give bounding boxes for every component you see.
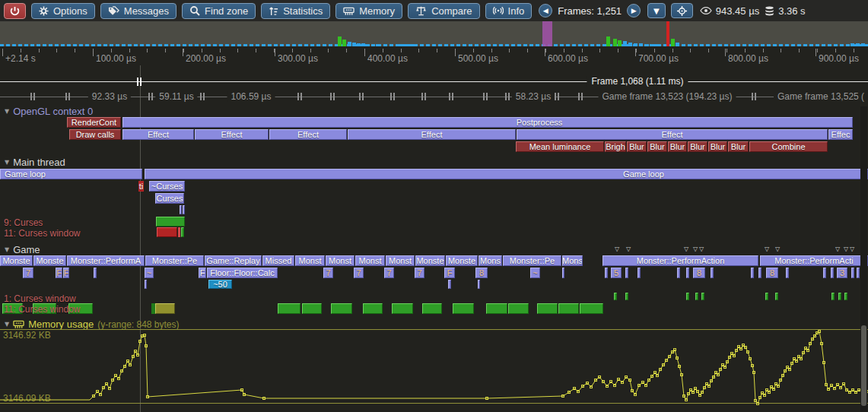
frame-separator[interactable]: [505, 93, 507, 100]
zone[interactable]: ~: [530, 268, 540, 278]
zone[interactable]: [180, 205, 182, 214]
zone[interactable]: [580, 303, 603, 314]
frame-time-label[interactable]: 59.11 µs: [155, 91, 197, 102]
section-header-main-thread[interactable]: ▼ Main thread: [5, 157, 65, 168]
zone[interactable]: Effec: [828, 129, 853, 140]
zone[interactable]: 5: [611, 268, 622, 278]
frame-separator[interactable]: [65, 93, 67, 100]
statistics-button[interactable]: Statistics: [261, 3, 330, 19]
frame-separator[interactable]: [755, 93, 756, 100]
frame-separator[interactable]: [393, 93, 395, 100]
frame-separator[interactable]: [200, 93, 202, 100]
zone[interactable]: 7: [354, 268, 364, 278]
frame-separator[interactable]: [333, 93, 335, 100]
frame-bar[interactable]: [342, 40, 346, 46]
zone[interactable]: [155, 303, 175, 314]
zone[interactable]: [278, 303, 300, 314]
memory-button[interactable]: Memory: [335, 3, 402, 19]
zone[interactable]: Blur: [728, 141, 749, 152]
compare-button[interactable]: Compare: [408, 3, 479, 19]
zone[interactable]: [181, 227, 184, 237]
zone[interactable]: Blur: [627, 141, 647, 152]
zone[interactable]: Effect: [348, 129, 516, 140]
zone[interactable]: [758, 268, 761, 278]
thread-label[interactable]: 1: Curses window: [4, 293, 76, 304]
zone[interactable]: 7: [23, 268, 33, 278]
zone[interactable]: [637, 268, 641, 278]
frame-bar[interactable]: [666, 21, 669, 46]
collapsed-zones-marker-icon[interactable]: ▽: [693, 246, 698, 252]
zone[interactable]: Mons: [562, 255, 583, 266]
zone[interactable]: [857, 268, 860, 278]
zone[interactable]: Monst: [326, 255, 355, 266]
zone[interactable]: Monst: [386, 255, 415, 266]
zone[interactable]: [751, 268, 754, 278]
frame-separator[interactable]: [424, 93, 426, 100]
zone[interactable]: F: [199, 268, 206, 278]
collapsed-zones-marker-icon[interactable]: ▽: [765, 246, 769, 252]
collapsed-zones-marker-icon[interactable]: ▽: [850, 246, 854, 252]
zone[interactable]: Blur: [688, 141, 707, 152]
zone[interactable]: [838, 293, 841, 300]
frame-ruler-line[interactable]: [0, 81, 868, 82]
frame-bar[interactable]: [613, 39, 617, 46]
goto-frame-button[interactable]: [671, 3, 693, 18]
zone[interactable]: Effect: [269, 129, 347, 140]
frame-separator[interactable]: [558, 93, 559, 100]
frame-separator[interactable]: [449, 93, 450, 100]
section-header-opengl[interactable]: ▼ OpenGL context 0: [5, 106, 93, 117]
zone[interactable]: [625, 293, 628, 300]
zone[interactable]: Postprocess: [122, 117, 853, 128]
collapse-frames-button[interactable]: ▼: [647, 3, 666, 18]
zone[interactable]: Combine: [749, 141, 828, 152]
zone[interactable]: [331, 303, 352, 314]
zone[interactable]: Blur: [668, 141, 687, 152]
zone[interactable]: Mean luminance: [516, 141, 604, 152]
zone[interactable]: [614, 293, 617, 300]
zone[interactable]: [686, 293, 689, 300]
frame-separator[interactable]: [362, 93, 364, 100]
zone[interactable]: [94, 268, 97, 278]
frame-bar[interactable]: [623, 41, 627, 46]
frame-separator[interactable]: [578, 93, 580, 100]
zone[interactable]: Effect: [122, 129, 194, 140]
zone[interactable]: [844, 293, 847, 300]
zone[interactable]: [363, 303, 383, 314]
frame-time-label[interactable]: Game frame 13,525 (: [774, 91, 868, 102]
zone[interactable]: Missed: [262, 255, 294, 266]
zone[interactable]: ti: [138, 181, 144, 192]
frame-overview-strip[interactable]: [0, 21, 868, 46]
zone[interactable]: Blur: [708, 141, 727, 152]
scrollbar-thumb[interactable]: [861, 325, 866, 406]
thread-label[interactable]: 9: Curses: [4, 217, 43, 228]
zone[interactable]: Monster::Pe: [145, 255, 204, 266]
frame-separator[interactable]: [300, 93, 302, 100]
section-header-game[interactable]: ▼ Game: [5, 244, 40, 255]
collapsed-zones-marker-icon[interactable]: ▽: [626, 246, 631, 252]
zone[interactable]: Floor::Floor::Calc: [207, 268, 278, 278]
frame-separator[interactable]: [752, 93, 753, 100]
zone[interactable]: Monste: [446, 255, 478, 266]
collapsed-zones-marker-icon[interactable]: ▽: [835, 246, 840, 252]
frame-separator[interactable]: [203, 93, 205, 100]
frame-separator[interactable]: [297, 93, 299, 100]
zone[interactable]: Brigh: [605, 141, 626, 152]
frame-bar[interactable]: [338, 36, 342, 46]
zone[interactable]: [695, 293, 698, 300]
frame-separator[interactable]: [421, 93, 423, 100]
zone[interactable]: Monste: [0, 255, 33, 266]
frame-separator[interactable]: [452, 93, 453, 100]
frame-bar[interactable]: [542, 21, 552, 46]
frame-bar[interactable]: [671, 39, 675, 46]
frame-separator[interactable]: [151, 93, 153, 100]
zone[interactable]: Monster::Pe: [503, 255, 561, 266]
zone[interactable]: Game loop: [0, 169, 142, 179]
zone[interactable]: [775, 293, 778, 300]
zone[interactable]: [831, 293, 835, 300]
zone[interactable]: Monster::PerformA: [67, 255, 145, 266]
frame-title[interactable]: Frame 1,068 (1.11 ms): [587, 76, 688, 87]
zone[interactable]: 8: [693, 268, 705, 278]
zone[interactable]: Monste: [415, 255, 445, 266]
frame-separator[interactable]: [483, 93, 485, 100]
zone[interactable]: Effect: [195, 129, 269, 140]
